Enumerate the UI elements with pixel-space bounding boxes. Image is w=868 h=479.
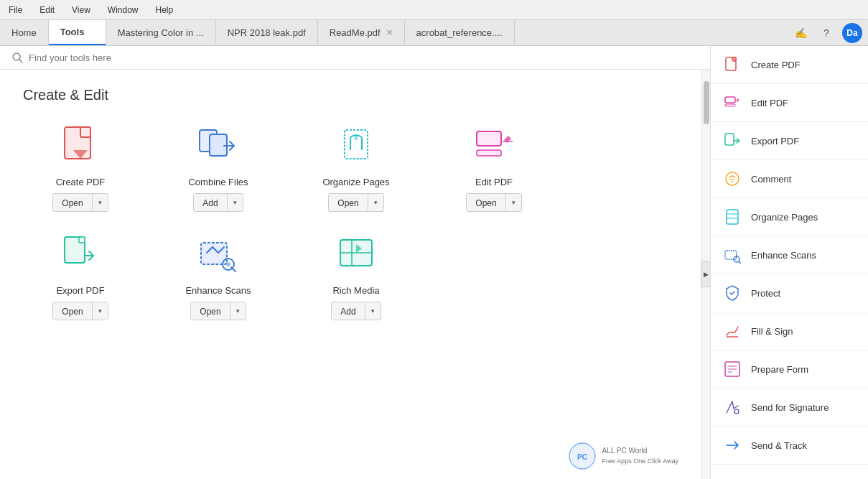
- tool-action-btn-rich-media[interactable]: Add: [332, 302, 364, 320]
- rp-icon-send-track: [722, 435, 742, 455]
- rp-icon-comment: [722, 169, 742, 189]
- tool-action-edit-pdf: Open▾: [466, 193, 521, 212]
- tab-acrobat[interactable]: acrobat_reference....: [405, 20, 515, 45]
- tab-tools[interactable]: Tools: [49, 20, 106, 45]
- tool-name-combine-files: Combine Files: [188, 177, 248, 187]
- tool-name-rich-media: Rich Media: [332, 285, 379, 296]
- rp-label-fill-sign: Fill & Sign: [751, 326, 793, 337]
- rp-label-send-track: Send & Track: [751, 440, 807, 451]
- scrollbar[interactable]: ▶: [701, 70, 710, 479]
- svg-rect-8: [477, 150, 501, 156]
- tool-card-rich-media: Rich MediaAdd▾: [299, 229, 414, 320]
- rp-label-export-pdf: Export PDF: [751, 136, 799, 147]
- tool-action-dropdown-organize-pages[interactable]: ▾: [368, 194, 383, 211]
- tool-action-dropdown-combine-files[interactable]: ▾: [227, 194, 243, 211]
- tool-action-btn-enhance-scans[interactable]: Open: [191, 302, 229, 320]
- panel-collapse-button[interactable]: ▶: [701, 261, 710, 287]
- rp-label-prepare-form: Prepare Form: [751, 364, 808, 375]
- svg-point-14: [226, 262, 230, 266]
- menu-file[interactable]: File: [6, 4, 25, 17]
- tool-action-export-pdf: Open▾: [52, 302, 108, 320]
- rp-item-protect[interactable]: Protect: [711, 274, 868, 312]
- search-bar: [0, 46, 710, 70]
- tool-icon-edit-pdf: [465, 121, 523, 171]
- help-icon[interactable]: ?: [816, 23, 836, 43]
- search-input[interactable]: [29, 52, 699, 63]
- tab-readme[interactable]: ReadMe.pdf ✕: [318, 20, 405, 45]
- menu-help[interactable]: Help: [153, 4, 177, 17]
- rp-label-send-signature: Send for Signature: [751, 402, 829, 413]
- svg-text:PC: PC: [577, 453, 587, 461]
- tool-action-dropdown-export-pdf[interactable]: ▾: [92, 302, 108, 320]
- tool-icon-enhance-scans: [190, 229, 247, 279]
- tool-action-create-pdf: Open▾: [52, 193, 108, 212]
- tool-name-edit-pdf: Edit PDF: [475, 177, 513, 187]
- tool-action-btn-combine-files[interactable]: Add: [194, 194, 226, 211]
- rp-item-edit-pdf[interactable]: Edit PDF: [711, 84, 868, 122]
- rp-icon-protect: [722, 283, 742, 303]
- tool-name-create-pdf: Create PDF: [56, 177, 106, 187]
- menu-view[interactable]: View: [69, 4, 93, 17]
- tool-card-create-pdf: Create PDFOpen▾: [23, 121, 138, 212]
- svg-rect-29: [727, 210, 738, 224]
- rp-item-send-signature[interactable]: Send for Signature: [711, 389, 868, 427]
- tab-right-actions: ✍ ? Da: [785, 20, 868, 45]
- tab-readme-close[interactable]: ✕: [386, 28, 393, 37]
- tool-action-dropdown-rich-media[interactable]: ▾: [365, 302, 381, 320]
- rp-label-enhance-scans: Enhance Scans: [751, 250, 816, 261]
- svg-line-34: [739, 261, 741, 264]
- tool-icon-rich-media: [327, 229, 385, 279]
- tool-action-btn-create-pdf[interactable]: Open: [53, 194, 91, 211]
- tool-action-dropdown-enhance-scans[interactable]: ▾: [230, 302, 246, 320]
- rp-item-enhance-scans[interactable]: Enhance Scans: [711, 236, 868, 274]
- menu-edit[interactable]: Edit: [37, 4, 57, 17]
- tool-action-btn-edit-pdf[interactable]: Open: [467, 194, 505, 211]
- rp-icon-enhance-scans: [722, 245, 742, 265]
- rp-label-protect: Protect: [751, 288, 780, 299]
- tab-bar: Home Tools Mastering Color in ... NPR 20…: [0, 20, 868, 46]
- rp-icon-edit-pdf: [722, 93, 742, 113]
- tool-icon-export-pdf: [52, 229, 109, 279]
- scroll-thumb: [704, 81, 709, 124]
- tool-action-dropdown-create-pdf[interactable]: ▾: [92, 194, 108, 211]
- search-icon: [11, 52, 23, 63]
- chat-icon[interactable]: ✍: [790, 23, 811, 43]
- tab-mastering[interactable]: Mastering Color in ...: [106, 20, 216, 45]
- tools-scroll: Create & Edit Create PDFOpen▾ Combine Fi…: [0, 70, 701, 479]
- user-avatar[interactable]: Da: [842, 23, 862, 43]
- svg-rect-7: [477, 131, 501, 146]
- svg-rect-11: [79, 237, 85, 243]
- tool-card-export-pdf: Export PDFOpen▾: [23, 229, 138, 320]
- rp-icon-organize-pages: [722, 207, 742, 227]
- rp-item-organize-pages[interactable]: Organize Pages: [711, 198, 868, 236]
- svg-line-1: [19, 60, 22, 62]
- tool-icon-combine-files: [190, 121, 247, 171]
- watermark: PC ALL PC WorldFree Apps One Click Away: [568, 442, 678, 470]
- tab-home[interactable]: Home: [0, 20, 49, 45]
- tool-action-btn-export-pdf[interactable]: Open: [53, 302, 91, 320]
- rp-label-edit-pdf: Edit PDF: [751, 98, 788, 108]
- tool-name-organize-pages: Organize Pages: [322, 177, 389, 187]
- rp-label-organize-pages: Organize Pages: [751, 212, 818, 223]
- rp-item-fill-sign[interactable]: Fill & Sign: [711, 312, 868, 350]
- tools-grid: Create PDFOpen▾ Combine FilesAdd▾ Organi…: [23, 121, 678, 320]
- main-layout: Create & Edit Create PDFOpen▾ Combine Fi…: [0, 46, 868, 479]
- tool-action-dropdown-edit-pdf[interactable]: ▾: [505, 194, 521, 211]
- rp-item-send-track[interactable]: Send & Track: [711, 427, 868, 465]
- rp-item-comment[interactable]: Comment: [711, 160, 868, 198]
- tab-npr[interactable]: NPR 2018 leak.pdf: [216, 20, 318, 45]
- tool-card-enhance-scans: Enhance ScansOpen▾: [161, 229, 276, 320]
- menu-window[interactable]: Window: [105, 4, 141, 17]
- tool-action-rich-media: Add▾: [331, 302, 381, 320]
- rp-item-create-pdf[interactable]: Create PDF: [711, 46, 868, 84]
- tool-action-organize-pages: Open▾: [328, 193, 383, 212]
- svg-point-40: [734, 409, 739, 414]
- section-title: Create & Edit: [23, 87, 678, 103]
- svg-point-26: [726, 172, 739, 185]
- rp-item-export-pdf[interactable]: Export PDF: [711, 122, 868, 160]
- rp-item-prepare-form[interactable]: Prepare Form: [711, 350, 868, 389]
- content-area: Create & Edit Create PDFOpen▾ Combine Fi…: [0, 46, 710, 479]
- rp-icon-send-signature: [722, 397, 742, 417]
- svg-rect-23: [725, 97, 735, 103]
- tool-action-btn-organize-pages[interactable]: Open: [329, 194, 367, 211]
